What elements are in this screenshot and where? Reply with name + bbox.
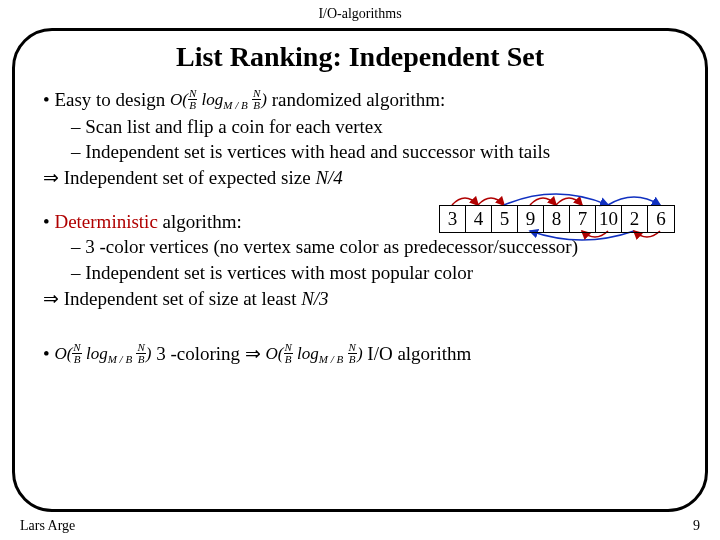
text: 3 -coloring: [151, 343, 244, 364]
n-over-4: N/4: [315, 167, 342, 188]
footer-page-number: 9: [693, 518, 700, 534]
text: Easy to design: [54, 89, 170, 110]
sub-3color: – 3 -color vertices (no vertex same colo…: [71, 234, 683, 260]
implies-icon: ⇒: [245, 343, 261, 364]
text: Independent set of expected size: [64, 167, 316, 188]
slide-title: List Ranking: Independent Set: [37, 41, 683, 73]
cell: 4: [466, 206, 492, 232]
footer-author: Lars Arge: [20, 518, 75, 534]
slide-frame: List Ranking: Independent Set • Easy to …: [12, 28, 708, 512]
text: Independent set of size at least: [64, 288, 301, 309]
list-diagram: 3 4 5 9 8 7 10 2 6: [439, 205, 675, 233]
text: randomized algorithm:: [267, 89, 445, 110]
cell: 7: [570, 206, 596, 232]
cell: 5: [492, 206, 518, 232]
header-label: I/O-algorithms: [0, 0, 720, 22]
sub-popular-color: – Independent set is vertices with most …: [71, 260, 683, 286]
implies-icon: ⇒: [43, 167, 59, 188]
n-over-3: N/3: [301, 288, 328, 309]
complexity-formula-1: O(NB logM / B NB): [170, 89, 267, 113]
cell: 6: [648, 206, 674, 232]
implies-n4: ⇒ Independent set of expected size N/4: [43, 165, 683, 191]
sub-head-tails: – Independent set is vertices with head …: [71, 139, 683, 165]
complexity-formula-3: O(NB logM / B NB): [266, 343, 363, 367]
bullet-randomized: • Easy to design O(NB logM / B NB) rando…: [43, 87, 683, 114]
implies-icon: ⇒: [43, 288, 59, 309]
cell: 9: [518, 206, 544, 232]
text: algorithm:: [158, 211, 242, 232]
cell: 2: [622, 206, 648, 232]
slide-body: • Easy to design O(NB logM / B NB) rando…: [37, 87, 683, 368]
bullet-io-algorithm: • O(NB logM / B NB) 3 -coloring ⇒ O(NB l…: [43, 341, 683, 368]
cell: 10: [596, 206, 622, 232]
cell: 3: [440, 206, 466, 232]
complexity-formula-2: O(NB logM / B NB): [54, 343, 151, 367]
deterministic-label: Deterministic: [54, 211, 157, 232]
cell: 8: [544, 206, 570, 232]
implies-n3: ⇒ Independent set of size at least N/3: [43, 286, 683, 312]
text: I/O algorithm: [363, 343, 472, 364]
cell-row: 3 4 5 9 8 7 10 2 6: [439, 205, 675, 233]
sub-scan-flip: – Scan list and flip a coin for each ver…: [71, 114, 683, 140]
